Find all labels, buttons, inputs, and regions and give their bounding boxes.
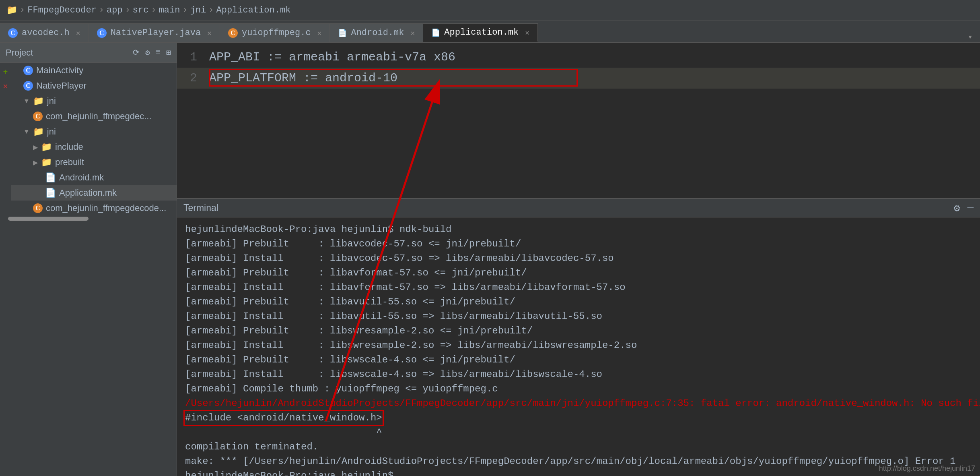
terminal-pane: Terminal ⚙ — hejunlindeMacBook-Pro:java …	[177, 198, 980, 476]
tab-icon-yuiopffmpeg: C	[228, 28, 238, 38]
tab-label-androidmk: Android.mk	[351, 28, 404, 38]
tree-item-mainactivity[interactable]: C MainActivity	[11, 63, 177, 78]
main-layout: Project ⟳ ⚙ ≡ ⊞ + ✕ C MainActivity	[0, 43, 980, 476]
tree-label-jni-inner: jni	[47, 126, 56, 137]
folder-icon-include: 📁	[41, 142, 52, 152]
tree-item-jni-outer[interactable]: ▼ 📁 jni	[11, 93, 177, 109]
file-icon-androidmk: 📄	[45, 172, 56, 183]
sidebar-expand-icon[interactable]: ⊞	[166, 48, 171, 58]
code-line-2: 2 APP_PLATFORM := android-10	[177, 68, 980, 89]
breadcrumb-icon: 📁	[6, 5, 17, 16]
editor-pane: 1 APP_ABI := armeabi armeabi-v7a x86 2 A…	[177, 43, 980, 198]
terminal-line-8: [armeabi] Install : libswresample-2.so =…	[185, 338, 972, 353]
tab-bar: C avcodec.h ✕ C NativePlayer.java ✕ C yu…	[0, 21, 980, 43]
terminal-line-2: [armeabi] Install : libavcodec-57.so => …	[185, 251, 972, 266]
tab-close-androidmk[interactable]: ✕	[410, 29, 415, 37]
terminal-line-17: make: *** [/Users/hejunlin/AndroidStudio…	[185, 454, 972, 469]
terminal-line-18: hejunlindeMacBook-Pro:java hejunlin$	[185, 469, 972, 476]
url-hint: http://blog.csdn.net/hejunlin17	[879, 464, 975, 473]
circle-c-orange-icon-2: C	[33, 203, 43, 213]
terminal-line-7: [armeabi] Prebuilt : libswresample-2.so …	[185, 324, 972, 338]
remove-icon[interactable]: ✕	[0, 81, 11, 91]
tab-avcodec[interactable]: C avcodec.h ✕	[0, 23, 89, 42]
terminal-minimize-icon[interactable]: —	[967, 202, 974, 215]
tab-close-nativeplayer[interactable]: ✕	[207, 29, 212, 37]
tab-androidmk[interactable]: 📄 Android.mk ✕	[330, 23, 423, 42]
chevron-down-icon: ▼	[23, 97, 30, 105]
terminal-line-15: compilation terminated.	[185, 440, 972, 454]
line-number-1: 1	[177, 50, 205, 64]
tab-icon-nativeplayer: C	[97, 28, 107, 38]
folder-icon-prebuilt: 📁	[41, 157, 52, 168]
sidebar-settings-icon[interactable]: ⚙	[145, 48, 150, 58]
chevron-right-icon-2: ▶	[33, 159, 38, 166]
terminal-title: Terminal	[183, 203, 218, 213]
terminal-line-12: /Users/hejunlin/AndroidStudioProjects/FF…	[185, 396, 972, 411]
tab-icon-avcodec: C	[8, 28, 18, 38]
breadcrumb-ffmpegdecoder[interactable]: FFmpegDecoder	[27, 5, 97, 15]
terminal-line-1: [armeabi] Prebuilt : libavcodec-57.so <=…	[185, 237, 972, 251]
tree-item-com-outer[interactable]: C com_hejunlin_ffmpegdec...	[11, 109, 177, 124]
tab-yuiopffmpeg[interactable]: C yuiopffmpeg.c ✕	[220, 23, 330, 42]
tab-nativeplayer[interactable]: C NativePlayer.java ✕	[89, 23, 220, 42]
circle-c-orange-icon: C	[33, 112, 43, 121]
line-content-2: APP_PLATFORM := android-10	[205, 71, 397, 85]
tab-close-yuiopffmpeg[interactable]: ✕	[317, 29, 322, 37]
circle-c-icon: C	[23, 66, 33, 75]
file-icon-applicationmk: 📄	[45, 188, 56, 198]
add-icon[interactable]: +	[0, 67, 11, 77]
tree-item-applicationmk[interactable]: 📄 Application.mk	[11, 185, 177, 201]
tree-label-nativeplayer: NativePlayer	[36, 81, 86, 91]
sidebar-header: Project ⟳ ⚙ ≡ ⊞	[0, 43, 177, 63]
tree-item-include[interactable]: ▶ 📁 include	[11, 139, 177, 155]
tree-item-androidmk[interactable]: 📄 Android.mk	[11, 170, 177, 185]
sidebar-gear-icon[interactable]: ≡	[156, 48, 161, 58]
tab-label-nativeplayer: NativePlayer.java	[111, 28, 201, 38]
terminal-actions: ⚙ —	[954, 202, 974, 215]
tab-close-applicationmk[interactable]: ✕	[525, 28, 529, 37]
code-line-1: 1 APP_ABI := armeabi armeabi-v7a x86	[177, 47, 980, 68]
sidebar-left-icons: + ✕	[0, 63, 11, 216]
terminal-header: Terminal ⚙ —	[177, 199, 980, 217]
tab-label-yuiopffmpeg: yuiopffmpeg.c	[242, 28, 311, 38]
tree-label-com-outer: com_hejunlin_ffmpegdec...	[46, 111, 152, 122]
tab-close-avcodec[interactable]: ✕	[76, 29, 80, 37]
tab-icon-androidmk: 📄	[338, 29, 347, 37]
terminal-line-3: [armeabi] Prebuilt : libavformat-57.so <…	[185, 266, 972, 280]
sidebar-sync-icon[interactable]: ⟳	[133, 48, 140, 58]
tree-label-com-inner: com_hejunlin_ffmpegdecode...	[46, 203, 166, 213]
terminal-include-line-wrapper: #include <android/native_window.h>	[185, 411, 382, 425]
terminal-line-0: hejunlindeMacBook-Pro:java hejunlin$ ndk…	[185, 222, 972, 237]
terminal-settings-icon[interactable]: ⚙	[954, 202, 960, 215]
tree-item-nativeplayer[interactable]: C NativePlayer	[11, 78, 177, 93]
tab-icon-applicationmk: 📄	[431, 28, 440, 37]
tree-item-jni-inner[interactable]: ▼ 📁 jni	[11, 124, 177, 139]
circle-c-icon-2: C	[23, 81, 33, 91]
terminal-line-13: #include <android/native_window.h>	[185, 411, 382, 425]
tree-label-applicationmk: Application.mk	[59, 188, 117, 198]
tab-overflow-button[interactable]: ▾	[960, 32, 980, 42]
code-line-2-wrapper: 2 APP_PLATFORM := android-10	[177, 68, 980, 89]
chevron-down-icon-2: ▼	[23, 128, 30, 135]
terminal-line-6: [armeabi] Install : libavutil-55.so => l…	[185, 309, 972, 324]
tree-label-mainactivity: MainActivity	[36, 65, 83, 76]
line-number-2: 2	[177, 71, 205, 85]
editor-content: 1 APP_ABI := armeabi armeabi-v7a x86 2 A…	[177, 43, 980, 93]
tab-applicationmk[interactable]: 📄 Application.mk ✕	[423, 23, 538, 42]
breadcrumb-main[interactable]: main	[159, 5, 180, 15]
sidebar-title: Project	[6, 48, 33, 58]
sidebar-actions: ⟳ ⚙ ≡ ⊞	[133, 48, 171, 58]
breadcrumb-src[interactable]: src	[133, 5, 149, 15]
tree-item-com-inner[interactable]: C com_hejunlin_ffmpegdecode...	[11, 201, 177, 216]
sidebar-scrollbar[interactable]	[0, 216, 177, 221]
breadcrumb-file[interactable]: Application.mk	[216, 5, 291, 15]
terminal-body[interactable]: hejunlindeMacBook-Pro:java hejunlin$ ndk…	[177, 217, 980, 476]
tab-label-applicationmk: Application.mk	[444, 27, 519, 37]
breadcrumb-app[interactable]: app	[107, 5, 123, 15]
sidebar-scrollbar-thumb[interactable]	[8, 217, 89, 221]
tree-item-prebuilt[interactable]: ▶ 📁 prebuilt	[11, 155, 177, 170]
terminal-line-4: [armeabi] Install : libavformat-57.so =>…	[185, 280, 972, 295]
breadcrumb-jni[interactable]: jni	[190, 5, 206, 15]
tab-label-avcodec: avcodec.h	[22, 28, 70, 38]
line-content-1: APP_ABI := armeabi armeabi-v7a x86	[205, 50, 455, 64]
